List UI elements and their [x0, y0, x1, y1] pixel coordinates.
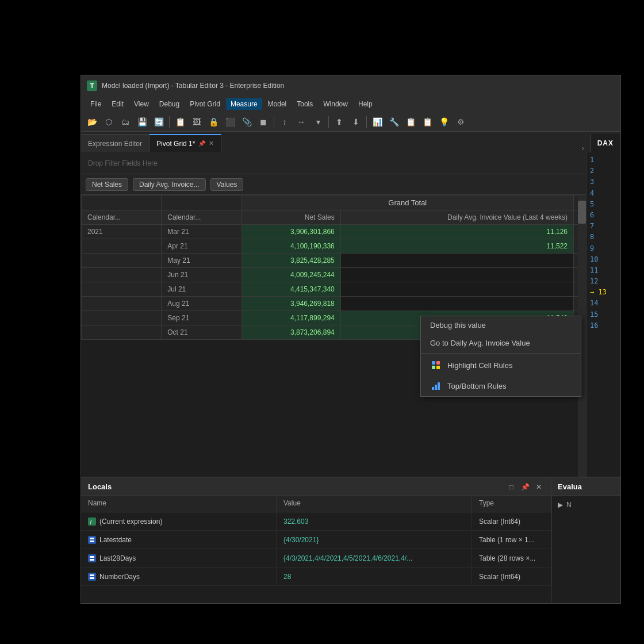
toolbar-sort-btn[interactable]: ↕ [277, 114, 292, 129]
toolbar-tools-btn[interactable]: 🔧 [386, 114, 401, 129]
list-item[interactable]: ƒ(Current expression)322,603Scalar (Int6… [81, 512, 551, 531]
locals-cell-name: ƒ(Current expression) [81, 512, 277, 530]
table-row[interactable]: Jul 214,415,347,340 [82, 282, 586, 297]
menu-edit[interactable]: Edit [107, 98, 128, 110]
field-daily-avg[interactable]: Daily Avg. Invoice... [133, 178, 206, 191]
locals-close-btn[interactable]: ✕ [533, 481, 545, 493]
toolbar-sep4 [366, 116, 367, 128]
toolbar-save-btn[interactable]: 💾 [135, 114, 150, 129]
locals-rows: ƒ(Current expression)322,603Scalar (Int6… [81, 512, 551, 586]
toolbar-deploy-btn[interactable]: 🔄 [151, 114, 166, 129]
cell-net-sales[interactable]: 3,873,206,894 [241, 325, 340, 340]
cell-daily-avg[interactable]: 11,126 [340, 225, 573, 239]
svg-rect-6 [438, 382, 440, 390]
evaluate-header: Evalua [552, 478, 620, 496]
tab-expression-editor[interactable]: Expression Editor [81, 134, 150, 152]
cell-daily-avg[interactable] [340, 268, 573, 282]
cell-daily-avg[interactable]: 11,522 [340, 239, 573, 254]
locals-cell-value: {4/3/2021,4/4/2021,4/5/2021,4/6/2021,4/.… [277, 549, 472, 567]
menu-view[interactable]: View [129, 98, 154, 110]
cell-net-sales[interactable]: 3,825,428,285 [241, 254, 340, 268]
list-item[interactable]: Last28Days{4/3/2021,4/4/2021,4/5/2021,4/… [81, 549, 551, 568]
table-row[interactable]: Apr 214,100,190,33611,522 [82, 239, 586, 254]
menu-tools[interactable]: Tools [292, 98, 317, 110]
field-values[interactable]: Values [210, 178, 244, 191]
toolbar-attach-btn[interactable]: 📎 [239, 114, 254, 129]
tab-dax[interactable]: DAX [590, 134, 620, 152]
toolbar-lock-btn[interactable]: 🔒 [206, 114, 221, 129]
toolbar-chart-btn[interactable]: 📊 [370, 114, 385, 129]
context-menu-topbottom[interactable]: Top/Bottom Rules [421, 375, 581, 396]
svg-rect-9 [90, 540, 94, 542]
locals-pin-btn[interactable]: 📌 [519, 481, 531, 493]
dax-line-number: 3 [590, 177, 617, 187]
evaluate-arrow: ▶ N [552, 496, 620, 513]
cell-year [82, 297, 162, 311]
locals-cell-type: Table (28 rows ×... [472, 549, 551, 567]
cell-net-sales[interactable]: 4,117,899,294 [241, 311, 340, 325]
table-row[interactable]: Jun 214,009,245,244 [82, 268, 586, 282]
cell-year [82, 325, 162, 340]
locals-expand-btn[interactable]: □ [505, 481, 517, 493]
toolbar-drop-btn[interactable]: ▾ [310, 114, 325, 129]
toolbar-model-btn[interactable]: ⬡ [101, 114, 116, 129]
tab-close-icon[interactable]: ✕ [209, 140, 214, 147]
svg-rect-4 [432, 387, 434, 390]
app-icon: T [87, 80, 97, 91]
locals-controls: □ 📌 ✕ [505, 481, 545, 493]
menu-file[interactable]: File [86, 98, 106, 110]
col-type: Type [472, 496, 551, 512]
dax-line-number: 12 [590, 276, 617, 287]
header-net-sales: Net Sales [241, 210, 340, 225]
toolbar-block-btn[interactable]: ⬛ [223, 114, 237, 129]
cell-net-sales[interactable]: 4,009,245,244 [241, 268, 340, 282]
toolbar-up-btn[interactable]: ⬆ [332, 114, 347, 129]
menu-debug[interactable]: Debug [155, 98, 184, 110]
toolbar-list-btn[interactable]: 📋 [403, 114, 418, 129]
dax-line-number: 14 [590, 298, 617, 309]
context-menu-highlight[interactable]: Highlight Cell Rules [421, 355, 581, 375]
tab-overflow[interactable]: › [582, 144, 590, 152]
toolbar-square-btn[interactable]: ◼ [256, 114, 271, 129]
list-item[interactable]: Latestdate{4/30/2021}Table (1 row × 1... [81, 531, 551, 549]
tab-pivot-grid[interactable]: Pivot Grid 1* 📌 ✕ [150, 134, 221, 152]
list-item[interactable]: NumberDays28Scalar (Int64) [81, 568, 551, 586]
scrollbar-thumb[interactable] [578, 201, 586, 224]
toolbar-bulb-btn[interactable]: 💡 [436, 114, 451, 129]
menu-measure[interactable]: Measure [226, 98, 262, 110]
toolbar-image-btn[interactable]: 🖼 [189, 114, 204, 129]
cell-net-sales[interactable]: 4,100,190,336 [241, 239, 340, 254]
filter-zone[interactable]: Drop Filter Fields Here [81, 152, 586, 174]
arrow-icon: ▶ [558, 501, 563, 509]
cell-daily-avg[interactable] [340, 254, 573, 268]
cell-net-sales[interactable]: 3,946,269,818 [241, 297, 340, 311]
toolbar-list2-btn[interactable]: 📋 [420, 114, 435, 129]
menu-help[interactable]: Help [354, 98, 377, 110]
toolbar-sep1 [169, 116, 170, 128]
cell-net-sales[interactable]: 3,906,301,866 [241, 225, 340, 239]
menu-bar: File Edit View Debug Pivot Grid Measure … [81, 96, 620, 112]
table-row[interactable]: May 213,825,428,285 [82, 254, 586, 268]
toolbar-files-btn[interactable]: 🗂 [118, 114, 133, 129]
toolbar-copy-btn[interactable]: 📋 [172, 114, 187, 129]
toolbar-down-btn[interactable]: ⬇ [348, 114, 363, 129]
cell-net-sales[interactable]: 4,415,347,340 [241, 282, 340, 297]
menu-window[interactable]: Window [319, 98, 352, 110]
field-net-sales[interactable]: Net Sales [86, 178, 128, 191]
toolbar-open-btn[interactable]: 📂 [85, 114, 99, 129]
context-menu-goto[interactable]: Go to Daily Avg. Invoice Value [421, 334, 581, 352]
menu-pivot-grid[interactable]: Pivot Grid [185, 98, 225, 110]
toolbar-gear-btn[interactable]: ⚙ [453, 114, 468, 129]
svg-rect-8 [90, 538, 94, 539]
cell-daily-avg[interactable] [340, 282, 573, 297]
cell-daily-avg[interactable] [340, 297, 573, 311]
context-menu-debug[interactable]: Debug this value [421, 316, 581, 334]
toolbar-sort2-btn[interactable]: ↔ [294, 114, 309, 129]
menu-model[interactable]: Model [263, 98, 292, 110]
table-row[interactable]: 2021Mar 213,906,301,86611,126 [82, 225, 586, 239]
tab-expression-editor-label: Expression Editor [88, 140, 142, 148]
table-row[interactable]: Aug 213,946,269,818 [82, 297, 586, 311]
locals-name-text: Latestdate [99, 536, 132, 544]
dax-line-number: 5 [590, 199, 617, 210]
cell-year [82, 311, 162, 325]
